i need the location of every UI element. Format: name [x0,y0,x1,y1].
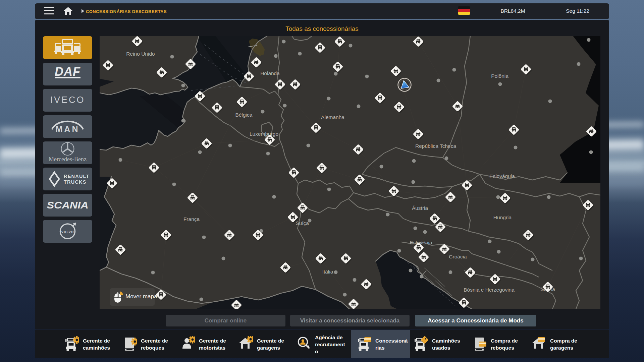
svg-text:Luxemburgo: Luxemburgo [250,131,278,137]
svg-text:Croácia: Croácia [449,254,467,259]
svg-text:DAF: DAF [55,65,80,78]
svg-text:Reino Unido: Reino Unido [126,51,155,57]
svg-text:França: França [183,216,200,222]
svg-text:VOLVO: VOLVO [61,230,74,234]
svg-text:Áustria: Áustria [412,205,428,211]
svg-text:Alemanha: Alemanha [321,114,344,120]
svg-text:Eslovênia: Eslovênia [410,240,432,245]
svg-text:Suíça: Suíça [296,220,309,226]
svg-text:RENAULT: RENAULT [64,174,90,179]
svg-text:República Tcheca: República Tcheca [415,143,456,149]
svg-text:Bélgica: Bélgica [235,112,253,118]
svg-text:IVECO: IVECO [50,95,85,105]
svg-text:TRUCKS: TRUCKS [64,179,87,185]
svg-text:Hungria: Hungria [493,215,512,220]
svg-text:MAN: MAN [56,124,80,134]
svg-text:SCANIA: SCANIA [47,199,88,211]
svg-text:Bósnia e Herzegovina: Bósnia e Herzegovina [464,287,515,293]
svg-text:Holanda: Holanda [260,70,280,76]
svg-text:Eslováquia: Eslováquia [489,173,515,179]
svg-text:Polônia: Polônia [491,73,508,79]
svg-text:Itália: Itália [322,269,333,275]
svg-text:Mercedes-Benz: Mercedes-Benz [49,156,87,163]
